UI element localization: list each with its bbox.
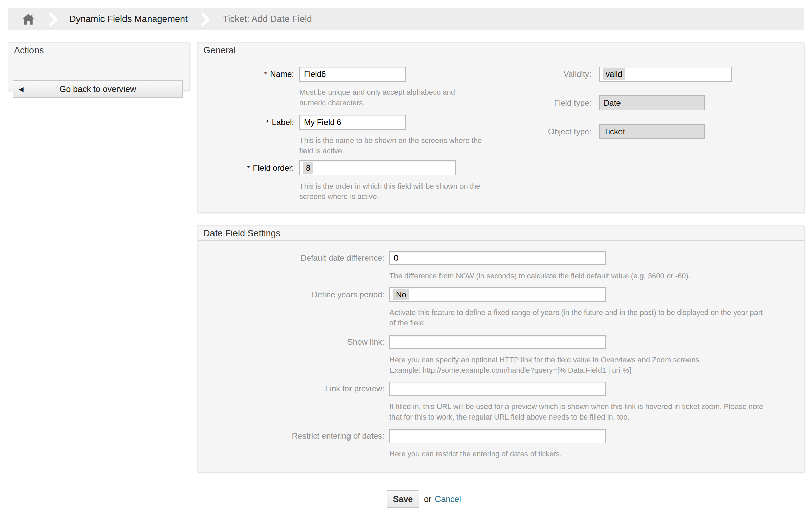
field-type-readonly: Date	[599, 95, 705, 110]
default-date-difference-input[interactable]	[389, 251, 606, 265]
validity-select[interactable]: valid	[599, 67, 732, 82]
field-type-value: Date	[604, 98, 621, 108]
date-field-settings-section: Date Field Settings Default date differe…	[197, 225, 804, 472]
object-type-value: Ticket	[604, 127, 625, 136]
back-arrow-icon: ◀	[19, 85, 24, 93]
save-button[interactable]: Save	[387, 490, 419, 508]
link-for-preview-label: Link for preview:	[198, 382, 384, 396]
actions-panel: Actions ◀ Go back to overview	[8, 42, 190, 91]
submit-row: Save or Cancel	[387, 490, 461, 508]
validity-selected-value: valid	[603, 68, 625, 80]
field-type-label: Field type:	[490, 95, 591, 110]
label-label: *Label:	[198, 115, 294, 130]
show-link-label: Show link:	[198, 335, 384, 349]
required-marker: *	[266, 118, 269, 127]
cancel-link[interactable]: Cancel	[435, 494, 461, 504]
show-link-hint: Here you can specify an optional HTTP li…	[389, 355, 806, 375]
actions-panel-title: Actions	[8, 43, 189, 58]
show-link-input[interactable]	[389, 335, 606, 349]
validity-label: Validity:	[490, 67, 591, 82]
go-back-button-label: Go back to overview	[60, 84, 136, 94]
label-input[interactable]	[299, 115, 406, 130]
field-order-label: *Field order:	[198, 160, 294, 175]
object-type-label: Object type:	[490, 124, 591, 139]
name-input[interactable]	[299, 67, 406, 82]
or-text: or	[424, 494, 431, 504]
date-field-settings-title: Date Field Settings	[198, 226, 804, 241]
go-back-to-overview-button[interactable]: ◀ Go back to overview	[13, 80, 183, 98]
default-date-difference-hint: The difference from NOW (in seconds) to …	[389, 271, 806, 281]
general-section: General *Name: Must be unique and only a…	[197, 42, 804, 213]
default-date-difference-label: Default date difference:	[198, 251, 384, 265]
restrict-dates-input[interactable]	[389, 429, 606, 443]
define-years-period-selected-value: No	[393, 289, 409, 300]
name-label: *Name:	[198, 67, 294, 82]
restrict-dates-hint: Here you can restrict the entering of da…	[389, 449, 806, 459]
required-marker: *	[264, 70, 267, 79]
define-years-period-label: Define years period:	[198, 287, 384, 302]
chevron-separator-icon	[196, 12, 210, 26]
link-for-preview-input[interactable]	[389, 382, 606, 396]
home-icon[interactable]	[21, 12, 36, 26]
field-order-select[interactable]: 8	[299, 160, 456, 175]
required-marker: *	[247, 164, 250, 172]
define-years-period-select[interactable]: No	[389, 287, 606, 302]
chevron-separator-icon	[44, 12, 58, 26]
breadcrumb-item-dynamic-fields[interactable]: Dynamic Fields Management	[69, 14, 188, 24]
breadcrumb: Dynamic Fields Management Ticket: Add Da…	[8, 8, 804, 30]
restrict-dates-label: Restrict entering of dates:	[198, 429, 384, 443]
field-order-selected-value: 8	[303, 162, 313, 174]
object-type-readonly: Ticket	[599, 124, 705, 139]
define-years-period-hint: Activate this feature to define a fixed …	[389, 307, 806, 328]
field-order-hint: This is the order in which this field wi…	[299, 181, 536, 202]
breadcrumb-item-current: Ticket: Add Date Field	[223, 14, 312, 24]
general-section-title: General	[198, 43, 804, 58]
link-for-preview-hint: If filled in, this URL will be used for …	[389, 401, 806, 422]
